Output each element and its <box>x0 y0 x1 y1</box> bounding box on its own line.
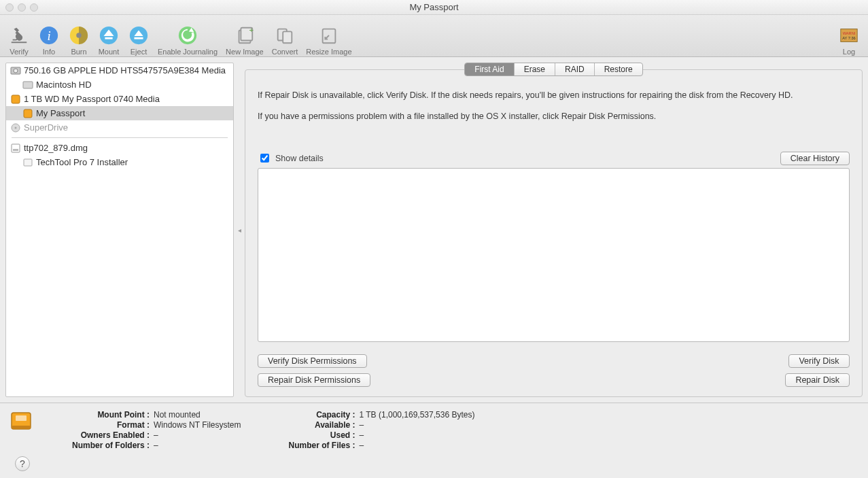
format-label: Format : <box>72 420 150 430</box>
splitter-handle[interactable]: ◂ <box>234 57 245 403</box>
used-label: Used : <box>288 430 355 440</box>
tab-raid[interactable]: RAID <box>555 63 595 75</box>
clear-history-button[interactable]: Clear History <box>780 152 850 165</box>
window-title: My Passport <box>0 2 868 12</box>
tab-first-aid[interactable]: First Aid <box>465 63 514 75</box>
num-folders-value: – <box>154 441 241 450</box>
show-details-input[interactable] <box>260 154 269 163</box>
toolbar: Verify i Info Burn Mount Eject Enable Jo… <box>0 15 868 57</box>
toolbar-log[interactable]: WARNIAY 7:36 Log <box>834 16 864 56</box>
stats-left: Mount Point : Not mounted Format : Windo… <box>72 410 241 456</box>
svg-point-20 <box>14 69 18 73</box>
footer: Mount Point : Not mounted Format : Windo… <box>0 403 868 462</box>
microscope-icon <box>8 24 30 46</box>
external-disk-icon <box>10 94 21 105</box>
svg-rect-23 <box>24 109 32 118</box>
svg-rect-22 <box>12 95 20 103</box>
sidebar-item-label: 750.16 GB APPLE HDD HTS547575A9E384 Medi… <box>24 65 226 75</box>
zoom-window-button[interactable] <box>30 3 38 12</box>
convert-icon <box>274 24 296 46</box>
eject-icon <box>128 24 150 46</box>
first-aid-panel: If Repair Disk is unavailable, click Ver… <box>245 69 863 397</box>
svg-point-25 <box>15 126 17 129</box>
mount-point-value: Not mounted <box>154 410 241 420</box>
sidebar-divider <box>12 137 228 138</box>
toolbar-convert[interactable]: Convert <box>268 16 302 56</box>
close-window-button[interactable] <box>5 3 14 12</box>
svg-rect-27 <box>13 149 18 151</box>
capacity-value: 1 TB (1,000,169,537,536 Bytes) <box>360 410 475 420</box>
repair-disk-button[interactable]: Repair Disk <box>785 373 850 387</box>
svg-point-4 <box>76 33 82 38</box>
sidebar-volume-techtool[interactable]: TechTool Pro 7 Installer <box>6 155 233 169</box>
journaling-icon <box>177 24 198 46</box>
stats-right: Capacity : 1 TB (1,000,169,537,536 Bytes… <box>288 410 474 456</box>
sidebar-item-label: ttp702_879.dmg <box>24 143 88 153</box>
svg-rect-14 <box>283 31 292 43</box>
toolbar-enable-journaling[interactable]: Enable Journaling <box>154 16 222 56</box>
volume-icon <box>22 157 33 168</box>
svg-text:i: i <box>47 28 50 42</box>
svg-text:AY 7:36: AY 7:36 <box>842 35 855 39</box>
num-files-label: Number of Files : <box>288 441 355 450</box>
sidebar-item-label: My Passport <box>36 108 85 118</box>
toolbar-burn[interactable]: Burn <box>64 16 94 56</box>
svg-rect-28 <box>24 159 32 166</box>
toolbar-label: Log <box>843 48 855 56</box>
capacity-label: Capacity : <box>288 410 355 420</box>
verify-disk-button[interactable]: Verify Disk <box>788 354 850 368</box>
toolbar-verify[interactable]: Verify <box>4 16 34 56</box>
sidebar-item-label: Macintosh HD <box>36 80 92 90</box>
titlebar: My Passport <box>0 0 868 15</box>
resize-icon <box>318 24 340 46</box>
info-icon: i <box>38 24 60 46</box>
toolbar-resize-image[interactable]: Resize Image <box>302 16 355 56</box>
sidebar-disk-superdrive[interactable]: SuperDrive <box>6 120 233 135</box>
toolbar-mount[interactable]: Mount <box>94 16 124 56</box>
disk-sidebar[interactable]: 750.16 GB APPLE HDD HTS547575A9E384 Medi… <box>5 63 234 397</box>
external-disk-icon <box>22 108 33 119</box>
content-pane: First Aid Erase RAID Restore If Repair D… <box>245 63 863 397</box>
sidebar-volume-my-passport[interactable]: My Passport <box>6 106 233 120</box>
verify-disk-permissions-button[interactable]: Verify Disk Permissions <box>258 354 367 368</box>
repair-disk-permissions-button[interactable]: Repair Disk Permissions <box>258 373 370 387</box>
sidebar-item-label: 1 TB WD My Passport 0740 Media <box>24 94 160 104</box>
svg-rect-21 <box>23 82 33 88</box>
sidebar-disk-wd-passport[interactable]: 1 TB WD My Passport 0740 Media <box>6 92 233 106</box>
help-button[interactable]: ? <box>15 456 30 471</box>
minimize-window-button[interactable] <box>18 3 26 12</box>
sidebar-dmg-ttp702[interactable]: ttp702_879.dmg <box>6 141 233 155</box>
tab-erase[interactable]: Erase <box>515 63 555 75</box>
toolbar-label: Burn <box>71 48 86 56</box>
used-value: – <box>360 430 475 440</box>
tab-restore[interactable]: Restore <box>595 63 642 75</box>
new-image-icon: + <box>234 24 256 46</box>
mount-point-label: Mount Point : <box>72 410 150 420</box>
info-line-2: If you have a permissions problem with a… <box>258 110 850 123</box>
owners-enabled-label: Owners Enabled : <box>72 430 150 440</box>
toolbar-eject[interactable]: Eject <box>124 16 154 56</box>
available-label: Available : <box>288 420 355 430</box>
log-icon: WARNIAY 7:36 <box>838 24 860 46</box>
burn-icon <box>68 24 90 46</box>
svg-rect-31 <box>12 426 31 429</box>
selected-disk-icon <box>10 410 34 456</box>
toolbar-new-image[interactable]: + New Image <box>222 16 268 56</box>
format-value: Windows NT Filesystem <box>154 420 241 430</box>
log-output[interactable] <box>258 168 850 343</box>
svg-rect-30 <box>16 415 27 421</box>
svg-rect-8 <box>134 37 143 39</box>
toolbar-label: Mount <box>99 48 120 56</box>
optical-disk-icon <box>10 122 21 133</box>
sidebar-volume-macintosh-hd[interactable]: Macintosh HD <box>6 78 233 92</box>
svg-text:+: + <box>249 26 254 34</box>
toolbar-info[interactable]: i Info <box>34 16 64 56</box>
num-files-value: – <box>360 441 475 450</box>
toolbar-label: Convert <box>272 48 298 56</box>
toolbar-label: Eject <box>131 48 147 56</box>
show-details-checkbox[interactable]: Show details <box>258 152 324 165</box>
show-details-label: Show details <box>275 154 324 163</box>
sidebar-disk-apple-hdd[interactable]: 750.16 GB APPLE HDD HTS547575A9E384 Medi… <box>6 63 233 78</box>
available-value: – <box>360 420 475 430</box>
svg-rect-6 <box>105 37 112 39</box>
